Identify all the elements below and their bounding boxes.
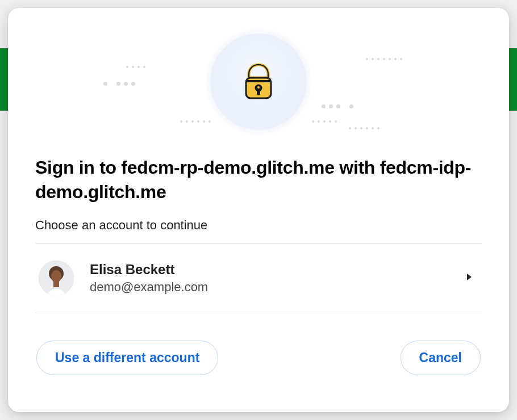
svg-rect-3: [257, 89, 260, 95]
divider: [35, 313, 482, 313]
hero-illustration: [35, 25, 482, 138]
svg-point-4: [257, 86, 260, 89]
dialog-actions: Use a different account Cancel: [35, 341, 482, 375]
dialog-title: Sign in to fedcm-rp-demo.glitch.me with …: [35, 156, 482, 204]
account-option[interactable]: Elisa Beckett demo@example.com: [35, 243, 482, 313]
signin-dialog: Sign in to fedcm-rp-demo.glitch.me with …: [8, 8, 509, 412]
decorative-dots: [322, 104, 353, 108]
lock-badge: [210, 33, 307, 130]
decorative-dots: [180, 120, 211, 123]
lock-icon: [242, 63, 275, 100]
account-info: Elisa Beckett demo@example.com: [90, 262, 466, 295]
decorative-dots: [349, 127, 380, 129]
decorative-dots: [103, 82, 135, 86]
cancel-button[interactable]: Cancel: [401, 341, 481, 375]
svg-rect-0: [246, 78, 271, 98]
svg-rect-1: [246, 80, 271, 82]
svg-point-2: [255, 85, 262, 92]
dialog-subtitle: Choose an account to continue: [35, 218, 482, 233]
use-different-account-button[interactable]: Use a different account: [36, 341, 218, 375]
decorative-dots: [126, 66, 145, 68]
avatar: [39, 261, 74, 296]
svg-rect-9: [53, 280, 59, 287]
account-email: demo@example.com: [90, 280, 466, 295]
decorative-dots: [312, 120, 337, 123]
chevron-right-icon: [466, 273, 473, 283]
decorative-dots: [366, 58, 402, 60]
account-name: Elisa Beckett: [90, 262, 466, 278]
